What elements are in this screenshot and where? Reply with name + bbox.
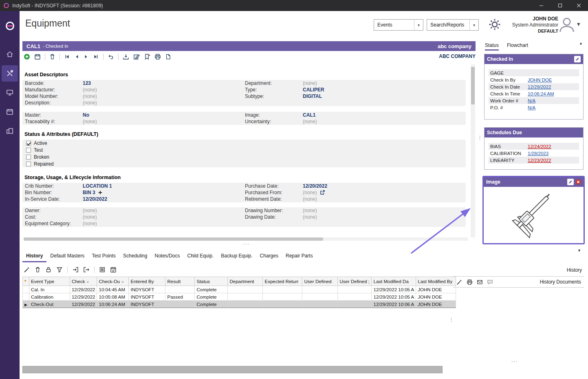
schedule-row: BIAS 12/24/2022 [489, 143, 579, 150]
column-header[interactable]: User Defined ; [338, 277, 372, 286]
tab-test-points[interactable]: Test Points [88, 251, 119, 262]
check-in-by-link[interactable]: JOHN DOE [528, 78, 552, 82]
tab-flowchart[interactable]: Flowchart [507, 42, 528, 51]
panel-splitter-handle[interactable]: ... [511, 357, 518, 363]
check-in-button[interactable] [72, 266, 79, 273]
history-table[interactable]: * Event Type Check≡ Check-Ou≡ Entered By… [22, 277, 456, 308]
docs-wizard-button[interactable] [456, 279, 462, 285]
tab-scheduling[interactable]: Scheduling [119, 251, 151, 262]
column-header[interactable]: Check-Ou≡ [97, 277, 129, 286]
add-button[interactable] [24, 53, 30, 60]
wizard-button[interactable] [24, 266, 30, 273]
lookup-button[interactable] [320, 190, 325, 195]
column-header[interactable]: Result [165, 277, 195, 286]
tab-repair-parts[interactable]: Repair Parts [282, 251, 317, 262]
maximize-button[interactable] [551, 0, 569, 11]
avatar[interactable] [557, 15, 576, 34]
docs-print-button[interactable] [467, 279, 473, 285]
schedule-date-link[interactable]: 12/24/2022 [528, 144, 551, 149]
sidebar-item-calendar[interactable] [2, 104, 18, 120]
calendar-check-button[interactable] [110, 266, 117, 273]
check-in-time-link[interactable]: 10:06:24 AM [528, 91, 554, 96]
nav-last-button[interactable] [93, 54, 99, 60]
schedule-date-link[interactable]: 1/28/2023 [528, 151, 548, 156]
column-header[interactable]: Last Modified Da [372, 277, 416, 286]
docs-comment-button[interactable] [487, 279, 493, 285]
delete-event-button[interactable] [35, 266, 41, 273]
tab-backup-equip[interactable]: Backup Equip. [217, 251, 256, 262]
column-header[interactable]: Status [195, 277, 228, 286]
export-button[interactable] [123, 53, 129, 60]
collapse-toggle[interactable]: ▼ [577, 248, 581, 253]
collapse-toggle[interactable]: ▲ [579, 41, 583, 45]
column-header[interactable]: Entered By [129, 277, 165, 286]
sidebar-item-home[interactable] [2, 46, 18, 62]
user-domain: DEFAULT [504, 28, 558, 34]
close-button[interactable] [569, 0, 588, 11]
nav-prev-button[interactable] [74, 54, 79, 60]
schedule-button[interactable] [34, 53, 41, 60]
delete-image-button[interactable] [575, 179, 581, 185]
column-header[interactable]: User Defined [302, 277, 338, 286]
edit-button[interactable] [133, 53, 140, 60]
checkbox-repaired[interactable]: Repaired [22, 160, 466, 167]
checkbox-test[interactable]: Test [22, 146, 466, 153]
checkbox-broken[interactable]: Broken [22, 153, 466, 160]
column-header[interactable]: Last Modified By [416, 277, 456, 286]
events-dropdown[interactable]: Events ▾ [374, 19, 423, 31]
list-view-button[interactable] [99, 266, 106, 273]
nav-first-button[interactable] [64, 54, 70, 60]
vertical-scrollbar[interactable] [471, 64, 475, 237]
table-row-selected[interactable]: ▶ Check-Out 12/29/2022 10:06:24 AM INDYS… [23, 301, 456, 308]
print-button[interactable] [154, 53, 161, 60]
panel-splitter-handle[interactable]: ⋮ [449, 317, 454, 323]
undo-button[interactable] [108, 54, 114, 60]
docs-mail-button[interactable] [477, 279, 483, 285]
tab-notes-docs[interactable]: Notes/Docs [151, 251, 183, 262]
column-header[interactable]: Event Type [29, 277, 70, 286]
sidebar-item-company[interactable] [2, 123, 18, 139]
wand-icon [456, 279, 462, 285]
tab-child-equip[interactable]: Child Equip. [184, 251, 218, 262]
minimize-button[interactable] [532, 0, 551, 11]
bookmark-add-button[interactable] [144, 53, 150, 60]
tab-charges[interactable]: Charges [256, 251, 282, 262]
schedule-label: CALIBRATION [490, 151, 528, 156]
schedules-due-panel-header: Schedules Due [484, 128, 583, 137]
column-header[interactable]: Check≡ [70, 277, 97, 286]
search-reports-dropdown[interactable]: Search/Reports ▾ [427, 19, 479, 31]
column-header[interactable]: Department [228, 277, 263, 286]
add-bin-button[interactable] [98, 191, 102, 195]
tab-status[interactable]: Status [485, 42, 499, 51]
schedule-date-link[interactable]: 12/23/2022 [528, 158, 551, 163]
sidebar-item-equipment[interactable] [2, 65, 18, 82]
grid-horizontal-scrollbar[interactable] [22, 366, 443, 373]
tab-history[interactable]: History [22, 251, 46, 262]
column-header[interactable]: Expected Returr [263, 277, 302, 286]
sidebar-item-devices[interactable] [2, 84, 18, 101]
filter-button[interactable] [56, 266, 63, 273]
edit-image-button[interactable] [567, 179, 574, 185]
nav-next-button[interactable] [84, 54, 89, 60]
panel-splitter-handle[interactable]: ⋮ [477, 135, 482, 141]
lock-button[interactable] [45, 266, 52, 273]
scrollbar-thumb[interactable] [471, 67, 475, 104]
checkbox-active[interactable]: Active [22, 140, 466, 146]
table-row[interactable]: Calibration 12/29/2022 10:05:08 AM INDYS… [23, 293, 456, 301]
cell: INDYSOFT [129, 293, 165, 301]
cell [165, 301, 195, 308]
check-in-date-link[interactable]: 12/29/2022 [528, 84, 551, 89]
work-order-link[interactable]: N/A [528, 98, 535, 103]
tab-default-masters[interactable]: Default Masters [46, 251, 88, 262]
table-row[interactable]: Cal. In 12/29/2022 10:04:45 AM INDYSOFT … [23, 286, 456, 293]
field-group: Barcode: 123 Department: (none) Manufact… [22, 80, 466, 106]
edit-checkin-button[interactable] [574, 56, 581, 62]
history-table-header-row: * Event Type Check≡ Check-Ou≡ Entered By… [23, 277, 456, 286]
po-number-link[interactable]: N/A [528, 105, 535, 110]
user-menu-chevron[interactable]: ▾ [577, 20, 580, 28]
document-button[interactable] [165, 53, 171, 60]
settings-button[interactable] [488, 18, 501, 31]
check-out-button[interactable] [83, 266, 90, 273]
panel-splitter-handle[interactable]: ... [22, 240, 471, 246]
delete-button[interactable] [49, 53, 55, 60]
